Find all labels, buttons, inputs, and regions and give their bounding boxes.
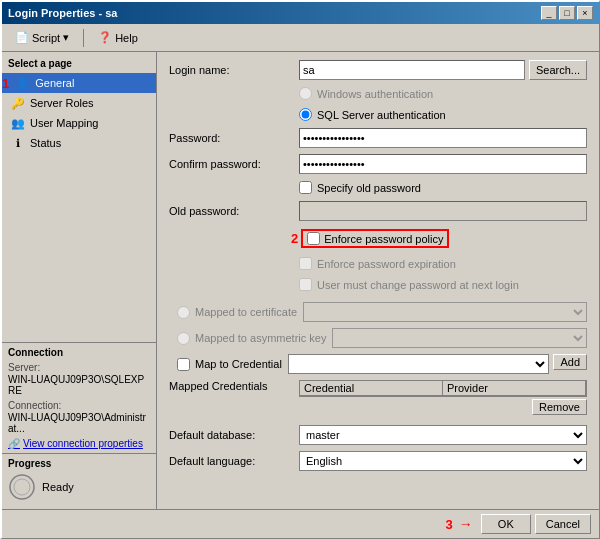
bottom-bar: 3 → OK Cancel (2, 509, 599, 538)
sql-auth-label: SQL Server authentication (317, 109, 446, 121)
connection-title: Connection (8, 347, 150, 358)
toolbar-separator (83, 29, 84, 47)
sidebar-item-general[interactable]: 1 👤 General (2, 73, 156, 93)
minimize-button[interactable]: _ (541, 6, 557, 20)
must-change-checkbox[interactable] (299, 278, 312, 291)
enforce-policy-box: Enforce password policy (301, 229, 449, 248)
progress-section: Progress Ready (2, 453, 156, 505)
mapped-asym-row: Mapped to asymmetric key (169, 328, 587, 348)
mapped-credentials-row: Mapped Credentials Credential Provider R… (169, 380, 587, 415)
script-label: Script (32, 32, 60, 44)
cancel-button[interactable]: Cancel (535, 514, 591, 534)
window-controls: _ □ × (541, 6, 593, 20)
windows-auth-label: Windows authentication (317, 88, 433, 100)
server-label: Server: (8, 362, 150, 373)
progress-icon (8, 473, 36, 501)
server-value: WIN-LUAQUJ09P3O\SQLEXPRE (8, 374, 150, 396)
old-password-label: Old password: (169, 205, 299, 217)
credentials-area: Credential Provider Remove (299, 380, 587, 415)
mapped-asym-label: Mapped to asymmetric key (195, 332, 326, 344)
sidebar-item-status-label: Status (30, 137, 61, 149)
sidebar-item-server-roles[interactable]: 🔑 Server Roles (2, 93, 156, 113)
server-roles-icon: 🔑 (10, 95, 26, 111)
map-credential-select[interactable] (288, 354, 550, 374)
connection-section: Connection Server: WIN-LUAQUJ09P3O\SQLEX… (2, 342, 156, 453)
credentials-header: Credential Provider (300, 381, 586, 396)
maximize-button[interactable]: □ (559, 6, 575, 20)
add-button[interactable]: Add (553, 354, 587, 370)
connection-link-label: View connection properties (23, 438, 143, 449)
help-label: Help (115, 32, 138, 44)
view-connection-link[interactable]: 🔗 View connection properties (8, 438, 150, 449)
enforce-expiration-label: Enforce password expiration (317, 258, 456, 270)
password-row: Password: (169, 128, 587, 148)
default-db-select[interactable]: master (299, 425, 587, 445)
old-password-input[interactable] (299, 201, 587, 221)
default-lang-select[interactable]: English (299, 451, 587, 471)
help-icon: ❓ (98, 31, 112, 44)
confirm-password-input[interactable] (299, 154, 587, 174)
default-lang-label: Default language: (169, 455, 299, 467)
progress-row: Ready (8, 473, 150, 501)
confirm-password-label: Confirm password: (169, 158, 299, 170)
sidebar-item-user-mapping[interactable]: 👥 User Mapping (2, 113, 156, 133)
sql-auth-radio[interactable] (299, 108, 312, 121)
enforce-policy-row: 2 Enforce password policy (169, 229, 587, 248)
login-name-input[interactable] (299, 60, 525, 80)
must-change-row: User must change password at next login (169, 277, 587, 292)
ok-button[interactable]: OK (481, 514, 531, 534)
sql-auth-row: SQL Server authentication (169, 107, 587, 122)
sidebar-item-status[interactable]: ℹ Status (2, 133, 156, 153)
enforce-policy-label: Enforce password policy (324, 233, 443, 245)
old-password-row: Old password: (169, 201, 587, 221)
credential-col-header: Credential (300, 381, 443, 395)
mapped-cert-select[interactable] (303, 302, 587, 322)
progress-title: Progress (8, 458, 150, 469)
step1-badge: 1 (2, 76, 9, 91)
password-input[interactable] (299, 128, 587, 148)
remove-button[interactable]: Remove (532, 399, 587, 415)
connection-value: WIN-LUAQUJ09P3O\Administrat... (8, 412, 150, 434)
main-content: Select a page 1 👤 General 🔑 Server Roles… (2, 52, 599, 509)
window-title: Login Properties - sa (8, 7, 117, 19)
mapped-asym-select[interactable] (332, 328, 587, 348)
main-window: Login Properties - sa _ □ × 📄 Script ▾ ❓… (0, 0, 600, 539)
sidebar: Select a page 1 👤 General 🔑 Server Roles… (2, 52, 157, 509)
script-button[interactable]: 📄 Script ▾ (8, 28, 76, 47)
enforce-expiration-row: Enforce password expiration (169, 256, 587, 271)
mapped-cert-row: Mapped to certificate (169, 302, 587, 322)
help-button[interactable]: ❓ Help (91, 28, 145, 47)
specify-old-password-label: Specify old password (317, 182, 421, 194)
enforce-policy-checkbox[interactable] (307, 232, 320, 245)
search-button[interactable]: Search... (529, 60, 587, 80)
password-label: Password: (169, 132, 299, 144)
script-icon: 📄 (15, 31, 29, 44)
progress-status: Ready (42, 481, 74, 493)
sidebar-item-server-roles-label: Server Roles (30, 97, 94, 109)
close-button[interactable]: × (577, 6, 593, 20)
login-name-label: Login name: (169, 64, 299, 76)
sidebar-item-general-label: General (35, 77, 74, 89)
confirm-password-row: Confirm password: (169, 154, 587, 174)
link-icon: 🔗 (8, 438, 20, 449)
windows-auth-row: Windows authentication (169, 86, 587, 101)
remove-row: Remove (299, 399, 587, 415)
form-area: Login name: Search... Windows authentica… (157, 52, 599, 509)
map-credential-checkbox[interactable] (177, 358, 190, 371)
specify-old-password-row: Specify old password (169, 180, 587, 195)
mapped-cert-label: Mapped to certificate (195, 306, 297, 318)
mapped-asym-radio[interactable] (177, 332, 190, 345)
provider-col-header: Provider (443, 381, 586, 395)
windows-auth-radio[interactable] (299, 87, 312, 100)
general-icon: 👤 (15, 75, 31, 91)
login-name-row: Login name: Search... (169, 60, 587, 80)
default-db-label: Default database: (169, 429, 299, 441)
mapped-credentials-label: Mapped Credentials (169, 380, 299, 392)
step3-number: 3 (446, 517, 453, 532)
mapped-cert-radio[interactable] (177, 306, 190, 319)
map-credential-row: Map to Credential Add (169, 354, 587, 374)
user-mapping-icon: 👥 (10, 115, 26, 131)
specify-old-password-checkbox[interactable] (299, 181, 312, 194)
svg-point-1 (14, 479, 30, 495)
enforce-expiration-checkbox[interactable] (299, 257, 312, 270)
